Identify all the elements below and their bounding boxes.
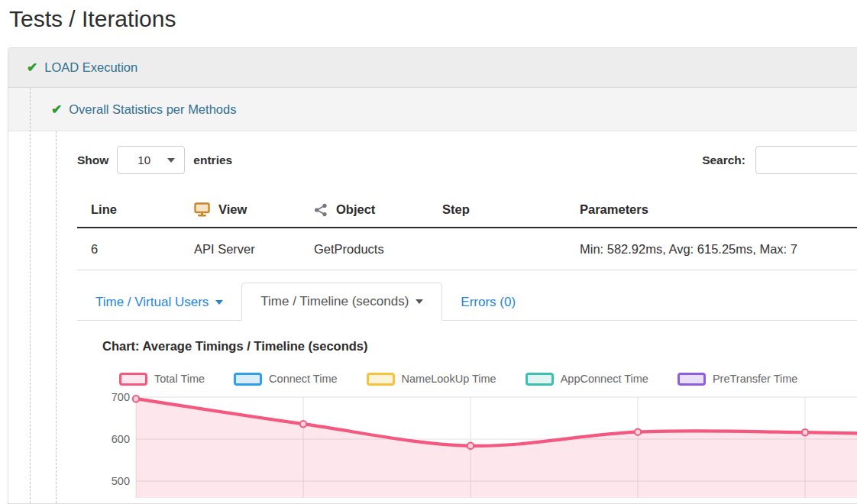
methods-table: Line View [77, 192, 857, 270]
chart-tabs: Time / Virtual Users Time / Timeline (se… [77, 283, 857, 321]
legend-item-connect-time[interactable]: Connect Time [234, 373, 337, 386]
tab-time-timeline[interactable]: Time / Timeline (seconds) [241, 283, 442, 321]
column-label: View [218, 202, 247, 217]
legend-item-appconnect-time[interactable]: AppConnect Time [526, 373, 648, 386]
legend-swatch [234, 373, 262, 386]
cell-parameters: Min: 582.92ms, Avg: 615.25ms, Max: 7 [566, 228, 857, 270]
tab-time-virtual-users[interactable]: Time / Virtual Users [77, 284, 241, 321]
legend-label: Total Time [154, 373, 205, 385]
timeline-area-chart: 700600500 [100, 387, 857, 498]
page-title: Tests / Iterations [9, 6, 857, 32]
column-header-object[interactable]: Object [300, 192, 428, 228]
legend-item-namelookup-time[interactable]: NameLookUp Time [367, 373, 496, 386]
chart-legend: Total Time Connect Time NameLookUp Time … [119, 370, 857, 387]
column-label: Line [91, 202, 117, 216]
column-header-parameters[interactable]: Parameters [566, 192, 857, 228]
legend-label: Connect Time [269, 373, 337, 385]
statistics-content: Show 10 entries Search: Line [8, 131, 857, 498]
overall-statistics-header[interactable]: ✔ Overall Statistics per Methods [8, 88, 857, 131]
show-label: Show [77, 153, 108, 167]
tab-label: Errors (0) [461, 295, 516, 310]
svg-text:700: 700 [112, 391, 130, 403]
column-label: Step [442, 202, 470, 216]
column-header-view[interactable]: View [180, 192, 300, 228]
table-row[interactable]: 6 API Server GetProducts Min: 582.92ms, … [77, 228, 857, 270]
legend-label: NameLookUp Time [402, 373, 496, 385]
legend-item-total-time[interactable]: Total Time [119, 373, 205, 386]
tab-label: Time / Virtual Users [95, 295, 209, 310]
chevron-down-icon [416, 299, 423, 304]
legend-swatch [678, 373, 706, 386]
share-icon [314, 203, 328, 217]
load-execution-label[interactable]: LOAD Execution [44, 60, 137, 75]
entries-select-value: 10 [137, 153, 150, 166]
column-label: Parameters [580, 202, 648, 216]
overall-statistics-label[interactable]: Overall Statistics per Methods [69, 102, 236, 117]
legend-item-pretransfer-time[interactable]: PreTransfer Time [678, 373, 797, 386]
table-controls: Show 10 entries Search: [77, 146, 857, 174]
tab-errors[interactable]: Errors (0) [442, 284, 534, 321]
cell-line: 6 [77, 228, 180, 270]
column-header-step[interactable]: Step [428, 192, 566, 228]
cell-object: GetProducts [300, 228, 428, 270]
chevron-down-icon [167, 158, 175, 163]
legend-label: PreTransfer Time [713, 373, 797, 385]
check-icon: ✔ [51, 102, 62, 118]
search-input[interactable] [755, 146, 857, 174]
load-execution-header[interactable]: ✔ LOAD Execution [8, 48, 857, 88]
svg-text:500: 500 [112, 475, 130, 487]
search-label: Search: [702, 153, 745, 167]
cell-step [428, 228, 566, 270]
legend-label: AppConnect Time [561, 373, 648, 385]
chart-title: Chart: Average Timings / Timeline (secon… [102, 339, 857, 354]
entries-select[interactable]: 10 [117, 146, 185, 174]
chevron-down-icon [215, 300, 223, 305]
monitor-icon [194, 202, 210, 217]
entries-label: entries [193, 153, 232, 167]
table-header-row: Line View [77, 192, 857, 228]
check-icon: ✔ [27, 60, 37, 76]
search-control: Search: [702, 146, 857, 174]
svg-text:600: 600 [112, 433, 130, 445]
column-header-line[interactable]: Line [77, 192, 180, 228]
cell-view: API Server [180, 228, 300, 270]
load-execution-panel: ✔ LOAD Execution ✔ Overall Statistics pe… [8, 47, 857, 504]
legend-swatch [367, 373, 395, 386]
legend-swatch [119, 373, 147, 386]
tab-label: Time / Timeline (seconds) [260, 294, 409, 309]
column-label: Object [336, 202, 375, 217]
legend-swatch [526, 373, 554, 386]
